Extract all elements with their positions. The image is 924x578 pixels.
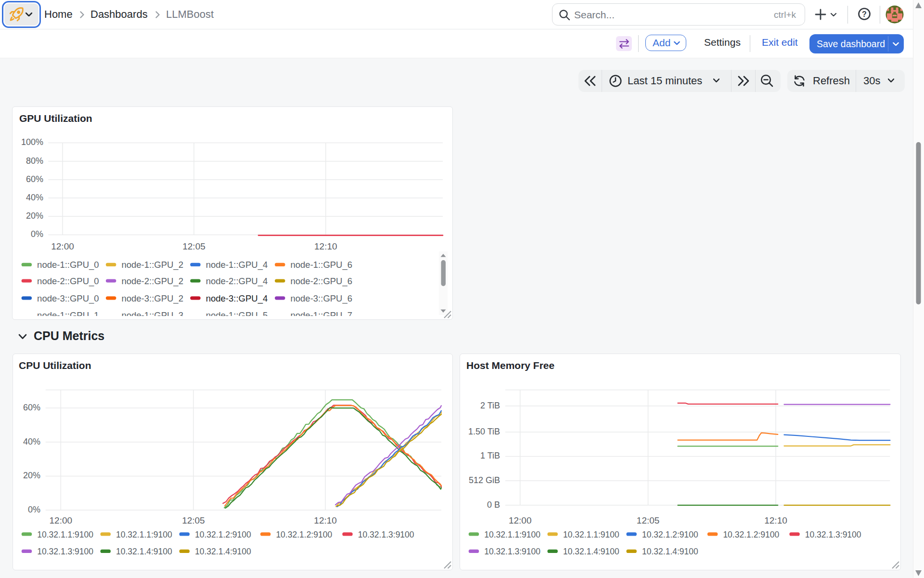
- svg-text:node-1::GPU_0: node-1::GPU_0: [37, 260, 99, 270]
- svg-text:10.32.1.1:9100: 10.32.1.1:9100: [116, 530, 172, 539]
- svg-text:10.32.1.2:9100: 10.32.1.2:9100: [723, 530, 779, 539]
- svg-text:10.32.1.3:9100: 10.32.1.3:9100: [805, 530, 861, 539]
- svg-text:node-2::GPU_0: node-2::GPU_0: [37, 276, 99, 287]
- svg-text:10.32.1.1:9100: 10.32.1.1:9100: [484, 530, 540, 539]
- svg-text:node-1::GPU_3: node-1::GPU_3: [121, 310, 183, 316]
- svg-text:10.32.1.3:9100: 10.32.1.3:9100: [37, 547, 93, 556]
- svg-text:node-1::GPU_6: node-1::GPU_6: [291, 260, 353, 270]
- svg-text:node-2::GPU_4: node-2::GPU_4: [206, 276, 268, 287]
- svg-text:node-1::GPU_2: node-1::GPU_2: [121, 260, 183, 270]
- svg-text:node-3::GPU_0: node-3::GPU_0: [37, 293, 99, 304]
- svg-text:node-3::GPU_2: node-3::GPU_2: [121, 293, 183, 304]
- svg-text:node-3::GPU_6: node-3::GPU_6: [291, 293, 353, 304]
- svg-text:node-1::GPU_5: node-1::GPU_5: [206, 310, 268, 316]
- svg-text:10.32.1.2:9100: 10.32.1.2:9100: [642, 530, 698, 539]
- svg-text:node-3::GPU_4: node-3::GPU_4: [206, 293, 268, 304]
- svg-text:node-1::GPU_7: node-1::GPU_7: [291, 310, 353, 316]
- svg-text:10.32.1.1:9100: 10.32.1.1:9100: [563, 530, 619, 539]
- svg-text:node-2::GPU_6: node-2::GPU_6: [291, 276, 353, 287]
- svg-text:10.32.1.4:9100: 10.32.1.4:9100: [563, 547, 619, 556]
- svg-text:10.32.1.4:9100: 10.32.1.4:9100: [642, 547, 698, 556]
- svg-text:10.32.1.2:9100: 10.32.1.2:9100: [195, 530, 251, 539]
- svg-text:10.32.1.4:9100: 10.32.1.4:9100: [116, 547, 172, 556]
- svg-text:10.32.1.3:9100: 10.32.1.3:9100: [358, 530, 414, 539]
- svg-text:10.32.1.1:9100: 10.32.1.1:9100: [37, 530, 93, 539]
- svg-text:10.32.1.3:9100: 10.32.1.3:9100: [484, 547, 540, 556]
- svg-text:10.32.1.2:9100: 10.32.1.2:9100: [276, 530, 332, 539]
- svg-text:node-1::GPU_1: node-1::GPU_1: [37, 310, 99, 316]
- svg-text:node-2::GPU_2: node-2::GPU_2: [121, 276, 183, 287]
- svg-text:node-1::GPU_4: node-1::GPU_4: [206, 260, 268, 270]
- svg-text:10.32.1.4:9100: 10.32.1.4:9100: [195, 547, 251, 556]
- svg-text:?: ?: [862, 10, 867, 18]
